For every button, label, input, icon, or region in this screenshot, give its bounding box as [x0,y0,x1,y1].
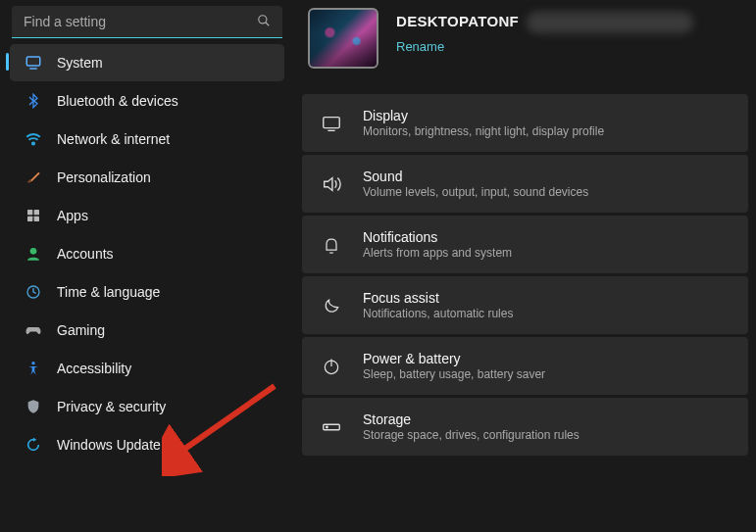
sidebar-item-label: Time & language [57,284,160,300]
tile-title: Focus assist [363,290,513,306]
nav-list: System Bluetooth & devices Network & int… [6,44,288,463]
update-icon [24,435,43,455]
settings-tiles: Display Monitors, brightness, night ligh… [302,94,748,456]
tile-title: Storage [363,411,580,427]
sidebar-item-label: Accounts [57,246,114,262]
sidebar-item-label: Gaming [57,322,105,338]
sidebar-item-accounts[interactable]: Accounts [10,235,284,272]
device-header: DESKTOPATONF Rename [302,6,748,94]
svg-point-0 [259,15,267,23]
sidebar-item-label: Apps [57,208,88,223]
tile-subtitle: Volume levels, output, input, sound devi… [363,185,588,199]
tile-text: Storage Storage space, drives, configura… [363,411,580,442]
search-input[interactable] [12,6,282,38]
svg-point-4 [32,142,34,144]
sidebar-item-gaming[interactable]: Gaming [10,312,284,349]
tile-subtitle: Monitors, brightness, night light, displ… [363,124,604,138]
tile-power-battery[interactable]: Power & battery Sleep, battery usage, ba… [302,337,748,395]
svg-point-17 [327,426,328,427]
device-name-row: DESKTOPATONF [396,12,693,33]
sidebar-item-system[interactable]: System [10,44,284,81]
tile-storage[interactable]: Storage Storage space, drives, configura… [302,398,748,456]
avatar [308,8,378,69]
sidebar-item-label: Network & internet [57,131,170,147]
device-name: DESKTOPATONF [396,13,519,29]
sidebar: System Bluetooth & devices Network & int… [0,0,294,532]
sidebar-item-privacy[interactable]: Privacy & security [10,388,284,425]
svg-rect-6 [34,210,39,215]
svg-line-1 [266,22,270,25]
main-content: DESKTOPATONF Rename Display Monitors, br… [294,0,756,532]
tile-focus-assist[interactable]: Focus assist Notifications, automatic ru… [302,276,748,334]
sidebar-item-windows-update[interactable]: Windows Update [10,426,284,463]
sidebar-item-accessibility[interactable]: Accessibility [10,350,284,387]
svg-rect-7 [27,217,32,221]
display-icon [320,112,343,135]
sound-icon [320,172,343,196]
tile-subtitle: Notifications, automatic rules [363,307,513,320]
tile-notifications[interactable]: Notifications Alerts from apps and syste… [302,216,748,273]
svg-rect-12 [324,117,340,127]
tile-text: Power & battery Sleep, battery usage, ba… [363,351,545,381]
power-icon [320,355,343,378]
svg-rect-2 [26,57,40,66]
bell-icon [320,233,343,257]
tile-text: Display Monitors, brightness, night ligh… [363,108,604,138]
sidebar-item-label: Accessibility [57,361,131,376]
tile-text: Focus assist Notifications, automatic ru… [363,290,513,320]
person-icon [24,244,43,264]
sidebar-item-apps[interactable]: Apps [10,197,284,234]
svg-rect-5 [27,210,32,215]
sidebar-item-bluetooth[interactable]: Bluetooth & devices [10,82,284,120]
svg-rect-8 [34,217,39,221]
paintbrush-icon [24,168,43,187]
tile-subtitle: Storage space, drives, configuration rul… [363,428,580,442]
svg-point-9 [30,248,37,255]
tile-subtitle: Alerts from apps and system [363,246,512,260]
header-text: DESKTOPATONF Rename [396,8,693,55]
tile-subtitle: Sleep, battery usage, battery saver [363,367,545,381]
storage-icon [320,415,343,439]
tile-text: Sound Volume levels, output, input, soun… [363,169,588,199]
sidebar-item-label: Windows Update [57,437,161,453]
sidebar-item-label: System [57,55,103,71]
search-container [12,6,282,38]
tile-display[interactable]: Display Monitors, brightness, night ligh… [302,94,748,152]
shield-icon [24,397,43,416]
tile-title: Display [363,108,604,123]
sidebar-item-network[interactable]: Network & internet [10,121,284,158]
moon-icon [320,294,343,317]
tile-title: Sound [363,169,588,184]
svg-point-11 [31,362,34,364]
clock-globe-icon [24,282,43,302]
sidebar-item-label: Privacy & security [57,399,166,414]
gaming-icon [24,320,43,340]
sidebar-item-personalization[interactable]: Personalization [10,159,284,196]
apps-icon [24,206,43,225]
blurred-account-info [527,12,693,33]
search-icon [257,14,271,31]
tile-sound[interactable]: Sound Volume levels, output, input, soun… [302,155,748,213]
tile-text: Notifications Alerts from apps and syste… [363,229,512,260]
sidebar-item-label: Bluetooth & devices [57,93,178,109]
rename-link[interactable]: Rename [396,39,444,54]
tile-title: Notifications [363,229,512,245]
accessibility-icon [24,359,43,378]
wifi-icon [24,129,43,149]
tile-title: Power & battery [363,351,545,366]
sidebar-item-time-language[interactable]: Time & language [10,273,284,311]
sidebar-item-label: Personalization [57,169,151,185]
system-icon [24,53,43,73]
bluetooth-icon [24,91,43,111]
